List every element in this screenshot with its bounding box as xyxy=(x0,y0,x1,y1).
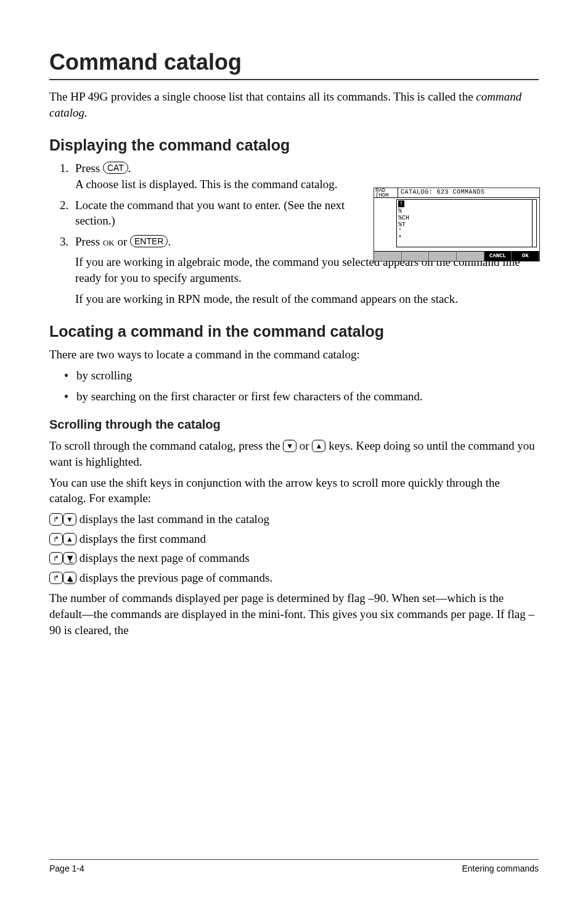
section-locating-heading: Locating a command in the command catalo… xyxy=(49,323,539,340)
list-item: %T xyxy=(398,221,406,228)
step-3-body2: If you are working in RPN mode, the resu… xyxy=(75,291,539,307)
shift-row-3: ↱▼̲ displays the next page of commands xyxy=(49,550,539,566)
list-item: * xyxy=(398,235,402,242)
key-down-icon: ▼ xyxy=(63,513,76,526)
scr-status: RAD{HOM xyxy=(374,188,398,198)
scr-catalog-list: ! % %CH %T ' * xyxy=(396,199,537,247)
bullet-searching: by searching on the first character or f… xyxy=(64,389,539,405)
list-item: %CH xyxy=(398,215,409,221)
softkey xyxy=(457,251,484,261)
footer-page: Page 1-4 xyxy=(49,864,84,873)
scrolling-p1: To scroll through the command catalog, p… xyxy=(49,438,539,469)
intro-text: The HP 49G provides a single choose list… xyxy=(49,90,476,103)
right-shift-icon: ↱ xyxy=(49,533,63,545)
page-title: Command catalog xyxy=(49,49,539,80)
key-enter: ENTER xyxy=(130,235,168,247)
key-up-icon: ▲ xyxy=(312,440,325,452)
left-shift-icon: ↱ xyxy=(49,572,63,584)
scrolling-p3: The number of commands displayed per pag… xyxy=(49,590,539,638)
bullet-scrolling: by scrolling xyxy=(64,368,539,384)
key-cat: CAT xyxy=(103,162,128,174)
softkey-cancl: CANCL xyxy=(484,251,512,261)
softkey xyxy=(429,251,457,261)
list-item: ' xyxy=(398,228,402,235)
scr-scrollbar xyxy=(532,200,536,247)
key-page-down-icon: ▼̲ xyxy=(63,552,76,564)
scr-softkeys: CANCL OK xyxy=(374,251,539,261)
scrolling-p2: You can use the shift keys in conjunctio… xyxy=(49,475,539,506)
calculator-screenshot: RAD{HOM CATALOG: 623 COMMANDS ! % %CH %T… xyxy=(374,188,540,262)
key-up-icon: ▲ xyxy=(63,533,76,545)
step-1-body: A choose list is displayed. This is the … xyxy=(75,176,346,192)
softkey xyxy=(402,251,430,261)
right-shift-icon: ↱ xyxy=(49,513,63,526)
softkey-ok: OK xyxy=(512,251,539,261)
shift-row-4: ↱▲̲ displays the previous page of comman… xyxy=(49,570,539,586)
step-1-text: Press xyxy=(75,162,103,175)
section-displaying-heading: Displaying the command catalog xyxy=(49,136,539,154)
locating-intro: There are two ways to locate a command i… xyxy=(49,347,539,363)
left-shift-icon: ↱ xyxy=(49,552,63,564)
list-item: % xyxy=(398,208,402,215)
list-item: ! xyxy=(398,200,404,207)
key-down-icon: ▼ xyxy=(283,440,296,452)
shift-row-1: ↱▼ displays the last command in the cata… xyxy=(49,511,539,527)
key-page-up-icon: ▲̲ xyxy=(63,572,76,584)
step-3-text-a: Press xyxy=(75,235,103,248)
page-footer: Page 1-4 Entering commands xyxy=(49,859,539,873)
intro-paragraph: The HP 49G provides a single choose list… xyxy=(49,89,539,120)
softkey-ok-text: ok xyxy=(103,236,115,248)
locating-bullets: by scrolling by searching on the first c… xyxy=(49,368,539,404)
scr-title: CATALOG: 623 COMMANDS xyxy=(398,188,539,198)
softkey xyxy=(374,251,402,261)
shift-row-2: ↱▲ displays the first command xyxy=(49,531,539,547)
footer-section: Entering commands xyxy=(462,864,539,873)
section-scrolling-heading: Scrolling through the catalog xyxy=(49,418,539,432)
